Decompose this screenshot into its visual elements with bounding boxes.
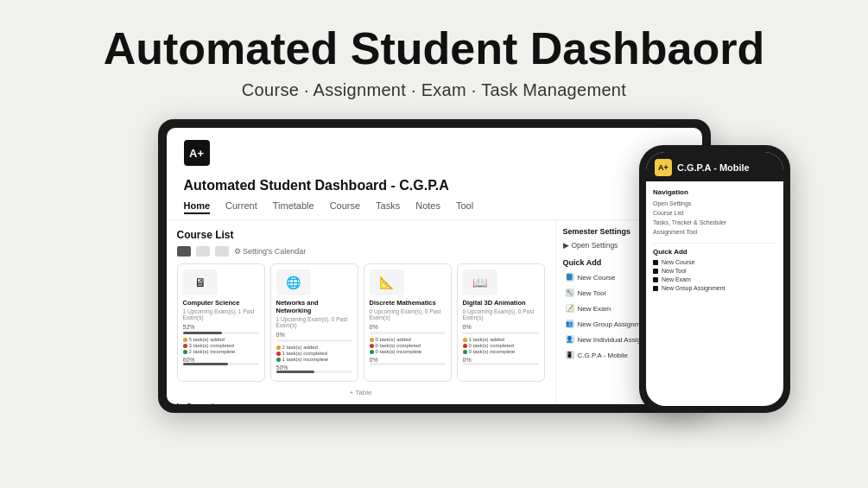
task-item: 1 task(s) added [463, 337, 539, 342]
nav-course[interactable]: Course [330, 200, 360, 214]
phone-quick-add-title: Quick Add [653, 248, 776, 256]
phone-quick-add-section: Quick Add New Course New Tool New Exam N… [653, 248, 776, 291]
main-nav: Home Current Timetable Course Tasks Note… [184, 200, 685, 214]
tablet: A+ Automated Student Dashboard - C.G.P.A… [158, 119, 711, 413]
task-list-cs: 5 task(s) added 3 task(s) completed 2 ta… [183, 337, 259, 354]
task-item: 0 task(s) incomplete [370, 349, 446, 354]
nav-home[interactable]: Home [184, 200, 211, 214]
nav-timetable[interactable]: Timetable [273, 200, 314, 214]
bottom-progress-anim [463, 363, 539, 365]
task-item: 0 task(s) incomplete [463, 349, 539, 354]
progress-bar-nn [276, 339, 352, 342]
current-section: ▶ Current ⇒ Week 7 🌐Networks and Network… [177, 402, 545, 404]
course-meta-cs: 1 Upcoming Exam(s), 1 Past Exam(s) [183, 308, 259, 320]
course-card-anim: 📖 Digital 3D Animation 0 Upcoming Exam(s… [457, 263, 545, 382]
nav-tool[interactable]: Tool [456, 200, 473, 214]
course-name-anim: Digital 3D Animation [463, 299, 539, 307]
page-subtitle: Course · Assignment · Exam · Task Manage… [242, 80, 626, 100]
course-icon-nn: 🌐 [276, 269, 311, 295]
task-list-anim: 1 task(s) added 0 task(s) completed 0 ta… [463, 337, 539, 354]
task-list-nn: 2 task(s) added 1 task(s) completed 1 ta… [276, 345, 352, 362]
course-name-cs: Computer Science [183, 299, 259, 307]
task-item: 1 task(s) completed [276, 351, 352, 356]
phone-new-tool[interactable]: New Tool [653, 268, 776, 274]
nav-notes[interactable]: Notes [415, 200, 440, 214]
task-item: 0 task(s) completed [370, 343, 446, 348]
task-item: 5 task(s) added [183, 337, 259, 342]
main-content: Course List ⚙ Setting's Calendar 🖥 Compu… [167, 220, 555, 404]
task-item: 0 task(s) added [370, 337, 446, 342]
course-icon-cs: 🖥 [183, 269, 218, 295]
course-grid: 🖥 Computer Science 1 Upcoming Exam(s), 1… [177, 263, 545, 382]
progress-bar-anim [463, 332, 539, 334]
phone-body: Navigation Open Settings Course List Tas… [646, 181, 783, 406]
app-title: Automated Student Dashboard - C.G.P.A [184, 178, 685, 193]
nav-tasks[interactable]: Tasks [376, 200, 400, 214]
phone-nav-assignment[interactable]: Assignment Tool [653, 228, 776, 236]
progress-bar-dm [370, 332, 446, 334]
phone-title: C.G.P.A - Mobile [677, 162, 750, 173]
phone-nav-open-settings[interactable]: Open Settings [653, 200, 776, 207]
grid-view-btn[interactable] [177, 246, 191, 257]
task-item: 2 task(s) added [276, 345, 352, 350]
page-title: Automated Student Dashbaord [104, 24, 765, 73]
course-card-cs: 🖥 Computer Science 1 Upcoming Exam(s), 1… [177, 263, 265, 382]
phone-divider [653, 243, 776, 244]
progress-bar-cs [183, 332, 259, 334]
task-item: 0 task(s) completed [463, 343, 539, 348]
course-meta-dm: 0 Upcoming Exam(s), 0 Past Exam(s) [370, 308, 446, 320]
course-icon-dm: 📐 [370, 269, 404, 295]
phone: A+ C.G.P.A - Mobile Navigation Open Sett… [639, 145, 790, 413]
task-item: 3 task(s) completed [183, 343, 259, 348]
course-list-title: Course List [177, 229, 545, 241]
phone-logo-text: A+ [658, 163, 668, 172]
logo-text: A+ [189, 147, 204, 160]
phone-new-course[interactable]: New Course [653, 259, 776, 265]
phone-logo: A+ [655, 159, 672, 176]
course-name-dm: Discrete Mathematics [370, 299, 446, 307]
list-view-btn[interactable] [196, 246, 210, 257]
bottom-progress-cs [183, 363, 259, 365]
phone-screen: A+ C.G.P.A - Mobile Navigation Open Sett… [646, 152, 783, 406]
task-item: 1 task(s) incomplete [276, 357, 352, 362]
course-name-nn: Networks and Networking [276, 299, 352, 314]
phone-new-group-assignment[interactable]: New Group Assignment [653, 285, 776, 291]
calendar-btn[interactable]: ⚙ Setting's Calendar [234, 247, 307, 256]
notion-header: A+ Automated Student Dashboard - C.G.P.A… [167, 128, 702, 220]
bottom-progress-dm [370, 363, 446, 365]
phone-header: A+ C.G.P.A - Mobile [646, 152, 783, 181]
phone-nav-course-list[interactable]: Course List [653, 209, 776, 217]
app-logo: A+ [184, 140, 210, 166]
course-card-dm: 📐 Discrete Mathematics 0 Upcoming Exam(s… [364, 263, 452, 382]
current-header: ▶ Current [177, 402, 545, 404]
phone-nav-section: Navigation Open Settings Course List Tas… [653, 188, 776, 236]
phone-new-exam[interactable]: New Exam [653, 276, 776, 282]
nav-current[interactable]: Current [225, 200, 257, 214]
board-view-btn[interactable] [215, 246, 229, 257]
current-label: Current [187, 402, 215, 404]
task-list-dm: 0 task(s) added 0 task(s) completed 0 ta… [370, 337, 446, 354]
course-meta-anim: 0 Upcoming Exam(s), 0 Past Exam(s) [463, 308, 539, 320]
course-card-nn: 🌐 Networks and Networking 1 Upcoming Exa… [270, 263, 358, 382]
notion-body: Course List ⚙ Setting's Calendar 🖥 Compu… [167, 220, 702, 404]
task-item: 2 task(s) incomplete [183, 349, 259, 354]
phone-nav-title: Navigation [653, 188, 776, 196]
view-controls: ⚙ Setting's Calendar [177, 246, 545, 257]
course-meta-nn: 1 Upcoming Exam(s), 0 Past Exam(s) [276, 316, 352, 328]
course-icon-anim: 📖 [463, 269, 497, 295]
devices-container: A+ Automated Student Dashboard - C.G.P.A… [17, 119, 851, 413]
add-table-button[interactable]: + Table [177, 389, 545, 396]
bottom-progress-nn [276, 371, 352, 373]
tablet-screen: A+ Automated Student Dashboard - C.G.P.A… [167, 128, 702, 404]
phone-nav-tasks[interactable]: Tasks, Tracker & Scheduler [653, 219, 776, 226]
